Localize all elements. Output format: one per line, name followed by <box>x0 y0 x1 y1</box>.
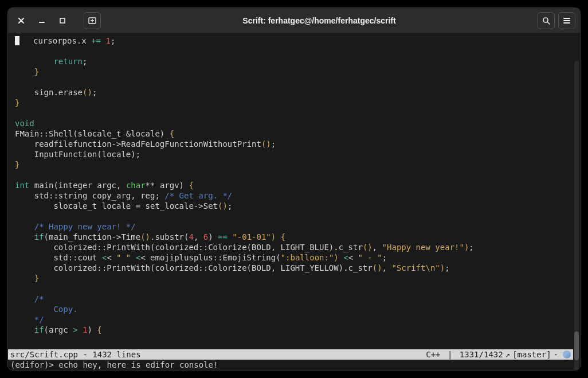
svg-rect-0 <box>60 18 65 23</box>
scrollbar-track[interactable] <box>574 61 579 370</box>
console-text: (edifor)> echo hey, here is edifor conso… <box>10 360 218 369</box>
status-lang: C++ <box>426 349 440 360</box>
maximize-button[interactable] <box>54 12 71 29</box>
status-position: 1331/1432 <box>460 349 503 360</box>
code-content: cursorpos.x += 1; return; } sign.erase()… <box>8 36 580 335</box>
menu-button[interactable] <box>558 12 575 29</box>
new-tab-button[interactable] <box>84 12 101 29</box>
editor-area[interactable]: cursorpos.x += 1; return; } sign.erase()… <box>8 33 580 370</box>
terminal-window: Scrift: ferhatgec@/home/ferhatgec/scrift… <box>8 8 580 370</box>
window-title: Scrift: ferhatgec@/home/ferhatgec/scrift <box>104 16 534 25</box>
status-bar: src/Scrift.cpp - 1432 lines C++ | 1331/1… <box>8 349 573 360</box>
share-icon: ↗ <box>505 349 510 360</box>
minimize-button[interactable] <box>33 12 50 29</box>
console-line[interactable]: (edifor)> echo hey, here is edifor conso… <box>8 360 573 370</box>
close-button[interactable] <box>13 12 30 29</box>
status-branch: [master] <box>512 349 551 360</box>
globe-icon <box>563 350 571 358</box>
status-tail: - <box>554 349 558 360</box>
status-file: src/Scrift.cpp - 1432 lines <box>10 349 426 360</box>
text-cursor <box>15 36 19 45</box>
scrollbar-thumb[interactable] <box>574 332 579 360</box>
search-button[interactable] <box>538 12 555 29</box>
titlebar: Scrift: ferhatgec@/home/ferhatgec/scrift <box>8 8 580 33</box>
